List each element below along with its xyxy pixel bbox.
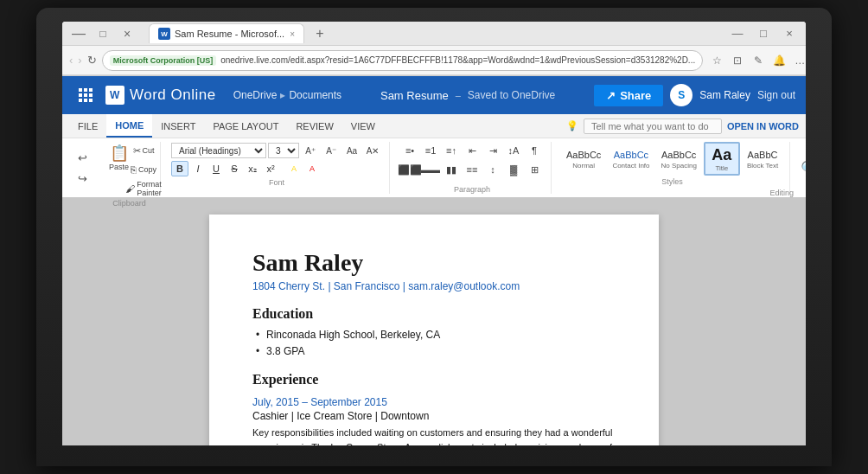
notification-button[interactable]: 🔔 — [770, 52, 788, 69]
cut-button[interactable]: ✂ Cut — [134, 142, 153, 159]
share-button[interactable]: ↗ Share — [594, 85, 663, 106]
style-block-text[interactable]: AaBbC Block Text — [743, 146, 782, 172]
breadcrumb-folder[interactable]: Documents — [289, 89, 341, 101]
cut-icon: ✂ — [133, 145, 141, 157]
edit-button[interactable]: ✎ — [750, 52, 767, 69]
sign-out-button[interactable]: Sign out — [757, 89, 795, 101]
bookmark-button[interactable]: ☆ — [708, 52, 725, 69]
window-minimize-btn[interactable]: — — [728, 24, 747, 43]
subscript-button[interactable]: x₂ — [244, 161, 261, 176]
browser-titlebar: — □ × W Sam Resume - Microsof... × + — □… — [62, 22, 806, 46]
justify-button[interactable]: ≡≡ — [463, 161, 482, 178]
superscript-button[interactable]: x² — [262, 161, 279, 176]
format-painter-button[interactable]: 🖌 Format Painter — [134, 180, 153, 197]
minimize-button[interactable]: — — [69, 24, 88, 43]
align-center-button[interactable]: ▬▬ — [421, 161, 440, 178]
underline-button[interactable]: U — [207, 161, 225, 176]
waffle-menu-button[interactable] — [73, 82, 99, 108]
refresh-button[interactable]: ↻ — [87, 51, 97, 70]
styles-items: AaBbCc Normal AaBbCc Contact Info AaBbCc… — [562, 142, 782, 176]
strikethrough-button[interactable]: S — [226, 161, 243, 176]
window-close-btn[interactable]: × — [780, 24, 799, 43]
decrease-indent-button[interactable]: ⇤ — [463, 142, 482, 159]
font-name-select[interactable]: Arial (Headings) — [171, 143, 266, 158]
line-spacing-button[interactable]: ↕ — [483, 161, 502, 178]
multilevel-button[interactable]: ≡↑ — [442, 142, 461, 159]
svg-rect-3 — [79, 93, 82, 97]
italic-button[interactable]: I — [189, 161, 207, 176]
increase-indent-button[interactable]: ⇥ — [483, 142, 502, 159]
numbering-button[interactable]: ≡1 — [421, 142, 440, 159]
settings-button[interactable]: ⊡ — [729, 52, 746, 69]
increase-font-button[interactable]: A⁺ — [301, 142, 320, 159]
address-text: onedrive.live.com/edit.aspx?resid=1A6C77… — [220, 55, 695, 65]
font-size-select[interactable]: 34 — [268, 143, 299, 158]
tab-review[interactable]: REVIEW — [287, 114, 341, 138]
user-name: Sam Raley — [699, 89, 750, 101]
window-maximize-btn[interactable]: □ — [754, 24, 773, 43]
style-blocktext-preview: AaBbC — [748, 149, 778, 162]
redo-button[interactable]: ↪ — [73, 169, 92, 188]
font-controls: Arial (Headings) 34 A⁺ A⁻ Aa A✕ B I U — [171, 142, 382, 176]
browser-tab[interactable]: W Sam Resume - Microsof... × — [149, 23, 304, 43]
clear-format-button[interactable]: A✕ — [363, 142, 382, 159]
change-case-button[interactable]: Aa — [342, 142, 361, 159]
svg-rect-8 — [89, 99, 93, 102]
find-icon: 🔍 — [801, 160, 806, 176]
font-color-button[interactable]: A — [303, 161, 321, 176]
format-painter-label: Format Painter — [137, 180, 162, 197]
align-right-button[interactable]: ▮▮ — [442, 161, 461, 178]
bold-button[interactable]: B — [171, 161, 188, 176]
maximize-button[interactable]: □ — [93, 24, 112, 43]
new-tab-button[interactable]: + — [310, 23, 330, 44]
tell-me-input[interactable] — [584, 118, 722, 134]
style-normal-label: Normal — [572, 162, 595, 170]
undo-button[interactable]: ↩ — [73, 148, 92, 167]
svg-rect-7 — [84, 99, 87, 102]
bullets-button[interactable]: ≡• — [400, 142, 419, 159]
tab-home[interactable]: HOME — [106, 114, 152, 138]
skype-button[interactable]: S — [670, 84, 692, 106]
style-title-preview: Aa — [712, 145, 731, 164]
tab-close-button[interactable]: × — [290, 29, 295, 39]
address-bar[interactable]: Microsoft Corporation [US] onedrive.live… — [102, 50, 704, 71]
tab-page-layout[interactable]: PAGE LAYOUT — [204, 114, 287, 138]
tab-view[interactable]: VIEW — [342, 114, 384, 138]
style-title[interactable]: Aa Title — [704, 142, 740, 176]
tab-file[interactable]: FILE — [69, 114, 106, 138]
share-label: Share — [620, 89, 651, 102]
sort-button[interactable]: ↕A — [504, 142, 523, 159]
close-button[interactable]: × — [118, 24, 137, 43]
show-hide-button[interactable]: ¶ — [525, 142, 544, 159]
doc-title[interactable]: Sam Resume — [380, 89, 449, 102]
svg-rect-1 — [84, 88, 87, 92]
find-button[interactable]: 🔍 — [797, 158, 806, 178]
style-no-spacing[interactable]: AaBbCc No Spacing — [657, 146, 701, 172]
more-button[interactable]: … — [791, 52, 806, 69]
style-normal[interactable]: AaBbCc Normal — [562, 146, 605, 172]
font-label: Font — [171, 178, 382, 187]
browser-chrome: — □ × W Sam Resume - Microsof... × + — □… — [62, 22, 806, 76]
ribbon-tabs: FILE HOME INSERT PAGE LAYOUT REVIEW VIEW… — [62, 114, 806, 138]
document-page[interactable]: Sam Raley 1804 Cherry St. | San Francisc… — [209, 215, 659, 445]
doc-edu-bullet1: Rinconada High School, Berkeley, CA — [252, 327, 616, 343]
doc-title-area: Sam Resume – Saved to OneDrive — [341, 89, 594, 102]
open-in-word-button[interactable]: OPEN IN WORD — [727, 121, 799, 131]
app-name: Word Online — [130, 86, 216, 104]
decrease-font-button[interactable]: A⁻ — [322, 142, 341, 159]
font-group: Arial (Headings) 34 A⁺ A⁻ Aa A✕ B I U — [164, 142, 390, 194]
align-left-button[interactable]: ⬛⬛ — [400, 161, 419, 178]
forward-button[interactable]: › — [78, 51, 81, 70]
clipboard-group-inner: 📋 Paste ✂ Cut ⎘ Copy 🖌 — [105, 142, 153, 197]
copy-icon: ⎘ — [131, 164, 137, 175]
back-button[interactable]: ‹ — [69, 51, 73, 70]
paste-button[interactable]: 📋 Paste — [105, 142, 132, 173]
highlight-button[interactable]: A — [285, 161, 303, 176]
border-button[interactable]: ⊞ — [525, 161, 544, 178]
breadcrumb-home[interactable]: OneDrive — [233, 89, 278, 101]
document-area: Sam Raley 1804 Cherry St. | San Francisc… — [62, 197, 806, 445]
shading-button[interactable]: ▓ — [504, 161, 523, 178]
style-contact-info[interactable]: AaBbCc Contact Info — [608, 146, 654, 172]
copy-button[interactable]: ⎘ Copy — [134, 161, 153, 178]
tab-insert[interactable]: INSERT — [152, 114, 204, 138]
